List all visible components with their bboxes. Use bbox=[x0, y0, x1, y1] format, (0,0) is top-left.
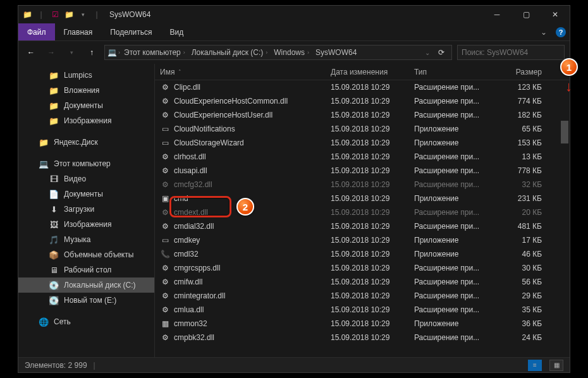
file-name: cmd bbox=[174, 194, 188, 203]
tab-home[interactable]: Главная bbox=[55, 23, 102, 40]
file-row[interactable]: ▭cmdkey 15.09.2018 10:29 Приложение 17 К… bbox=[155, 233, 570, 247]
file-icon: ⚙ bbox=[160, 332, 170, 343]
sidebar-item[interactable]: 🖥Рабочий стол bbox=[18, 262, 154, 277]
qat-divider: | bbox=[92, 9, 102, 20]
file-row[interactable]: ⚙cmintegrator.dll 15.09.2018 10:29 Расши… bbox=[155, 289, 570, 303]
file-row[interactable]: ⚙cmlua.dll 15.09.2018 10:29 Расширение п… bbox=[155, 303, 570, 317]
file-row[interactable]: ⚙cmcfg32.dll 15.09.2018 10:29 Расширение… bbox=[155, 178, 570, 192]
file-date: 15.09.2018 10:29 bbox=[331, 97, 414, 106]
file-name: CloudExperienceHostUser.dll bbox=[174, 111, 273, 119]
sidebar-item[interactable]: 🌐Сеть bbox=[18, 314, 154, 329]
file-row[interactable]: ⚙CloudExperienceHostUser.dll 15.09.2018 … bbox=[155, 108, 570, 122]
file-date: 15.09.2018 10:29 bbox=[331, 250, 414, 259]
sidebar-item[interactable]: 🎞Видео bbox=[18, 171, 154, 186]
file-name: cmintegrator.dll bbox=[174, 291, 225, 300]
file-name: cmcfg32.dll bbox=[174, 180, 212, 189]
details-view-button[interactable]: ≡ bbox=[528, 360, 542, 371]
sidebar-item[interactable]: 📄Документы bbox=[18, 186, 154, 202]
file-name: cmmon32 bbox=[174, 319, 207, 328]
tiles-view-button[interactable]: ▦ bbox=[549, 360, 563, 371]
file-row[interactable]: ▭CloudNotifications 15.09.2018 10:29 При… bbox=[155, 122, 570, 136]
file-icon: ⚙ bbox=[160, 277, 170, 287]
help-button[interactable]: ? bbox=[552, 23, 570, 40]
file-type: Приложение bbox=[414, 194, 498, 203]
chevron-right-icon: › bbox=[266, 49, 267, 56]
sidebar-item-label: Документы bbox=[64, 190, 103, 198]
minimize-button[interactable]: ─ bbox=[482, 6, 511, 23]
sidebar-item[interactable]: 📁Вложения bbox=[18, 83, 154, 98]
sidebar-item[interactable]: 📁Lumpics bbox=[18, 68, 154, 83]
file-row[interactable]: ⚙cmdial32.dll 15.09.2018 10:29 Расширени… bbox=[155, 219, 570, 233]
file-row[interactable]: ⚙cmgrcspps.dll 15.09.2018 10:29 Расширен… bbox=[155, 261, 570, 275]
back-button[interactable]: ← bbox=[23, 45, 39, 60]
search-input[interactable] bbox=[457, 45, 565, 60]
file-row[interactable]: ⚙cmdext.dll 15.09.2018 10:29 Расширение … bbox=[155, 205, 570, 219]
recent-dropdown-icon[interactable]: ▾ bbox=[64, 45, 79, 60]
file-row[interactable]: ⚙cmpbk32.dll 15.09.2018 10:29 Расширение… bbox=[155, 331, 570, 344]
column-name[interactable]: Имя ˄ bbox=[160, 68, 331, 76]
file-row[interactable]: ⚙clrhost.dll 15.09.2018 10:29 Расширение… bbox=[155, 150, 570, 164]
sidebar-item[interactable]: 📁Изображения bbox=[18, 113, 154, 128]
column-headers: Имя ˄ Дата изменения Тип Размер bbox=[155, 64, 570, 80]
item-count: Элементов: 2 999 bbox=[25, 361, 87, 370]
scrollbar-thumb[interactable] bbox=[561, 121, 568, 143]
pc-icon: 💻 bbox=[107, 48, 117, 57]
file-row[interactable]: ⚙cmifw.dll 15.09.2018 10:29 Расширение п… bbox=[155, 275, 570, 289]
file-row[interactable]: 📞cmdl32 15.09.2018 10:29 Приложение 46 К… bbox=[155, 247, 570, 261]
sidebar-item[interactable]: 💽Новый том (E:) bbox=[18, 293, 154, 308]
file-rows: ⚙Clipc.dll 15.09.2018 10:29 Расширение п… bbox=[155, 80, 570, 357]
file-icon: ▭ bbox=[160, 138, 170, 148]
file-date: 15.09.2018 10:29 bbox=[331, 180, 414, 189]
file-size: 35 КБ bbox=[498, 305, 542, 314]
file-row[interactable]: ▦cmmon32 15.09.2018 10:29 Приложение 36 … bbox=[155, 317, 570, 331]
qat-newfolder-icon[interactable]: 📁 bbox=[64, 9, 74, 20]
refresh-button[interactable]: ⟳ bbox=[434, 45, 449, 60]
file-size: 774 КБ bbox=[498, 97, 542, 106]
file-row[interactable]: ▭CloudStorageWizard 15.09.2018 10:29 При… bbox=[155, 136, 570, 150]
forward-button[interactable]: → bbox=[44, 45, 59, 60]
sidebar-item[interactable]: 💽Локальный диск (C:) bbox=[18, 277, 154, 293]
sidebar-item-label: Музыка bbox=[64, 235, 90, 244]
sidebar-item[interactable]: 📁Документы bbox=[18, 98, 154, 113]
file-row[interactable]: ⚙Clipc.dll 15.09.2018 10:29 Расширение п… bbox=[155, 80, 570, 94]
file-size: 24 КБ bbox=[498, 333, 542, 342]
qat-dropdown-icon[interactable]: ▾ bbox=[78, 9, 88, 20]
file-date: 15.09.2018 10:29 bbox=[331, 152, 414, 161]
up-button[interactable]: ↑ bbox=[84, 45, 99, 60]
folder-icon: 📁 bbox=[22, 9, 32, 20]
navigation-pane[interactable]: 📁Lumpics📁Вложения📁Документы📁Изображения📁… bbox=[18, 64, 155, 357]
file-row[interactable]: ▣cmd 15.09.2018 10:29 Приложение 231 КБ bbox=[155, 192, 570, 205]
maximize-button[interactable]: ▢ bbox=[511, 6, 541, 23]
file-icon: ▦ bbox=[160, 319, 170, 329]
vertical-scrollbar[interactable] bbox=[560, 80, 570, 357]
file-row[interactable]: ⚙clusapi.dll 15.09.2018 10:29 Расширение… bbox=[155, 164, 570, 178]
column-type[interactable]: Тип bbox=[414, 68, 498, 76]
sidebar-item-label: Сеть bbox=[54, 317, 71, 326]
file-date: 15.09.2018 10:29 bbox=[331, 111, 414, 119]
sidebar-item[interactable]: 🖼Изображения bbox=[18, 217, 154, 232]
file-type: Расширение при... bbox=[414, 305, 498, 314]
file-name: cmlua.dll bbox=[174, 305, 204, 314]
close-button[interactable]: ✕ bbox=[541, 6, 570, 23]
expand-ribbon-icon[interactable]: ⌄ bbox=[541, 23, 547, 40]
tab-share[interactable]: Поделиться bbox=[101, 23, 161, 40]
file-icon: ⚙ bbox=[160, 82, 170, 92]
column-size[interactable]: Размер bbox=[498, 68, 542, 76]
sidebar-item[interactable]: 📦Объемные объекты bbox=[18, 247, 154, 262]
address-bar[interactable]: 💻 › Этот компьютер› Локальный диск (C:)›… bbox=[104, 45, 452, 60]
file-name: CloudStorageWizard bbox=[174, 138, 244, 147]
file-date: 15.09.2018 10:29 bbox=[331, 222, 414, 231]
file-type: Приложение bbox=[414, 138, 498, 147]
column-date[interactable]: Дата изменения bbox=[331, 68, 414, 76]
file-row[interactable]: ⚙CloudExperienceHostCommon.dll 15.09.201… bbox=[155, 94, 570, 108]
sidebar-item[interactable]: 💻Этот компьютер bbox=[18, 156, 154, 171]
file-name: cmdkey bbox=[174, 236, 200, 245]
tab-view[interactable]: Вид bbox=[161, 23, 192, 40]
file-icon: ⚙ bbox=[160, 221, 170, 231]
sidebar-item[interactable]: 📁Яндекс.Диск bbox=[18, 135, 154, 150]
qat-properties-icon[interactable]: ☑ bbox=[50, 9, 60, 20]
tab-file[interactable]: Файл bbox=[18, 23, 55, 40]
sidebar-item[interactable]: 🎵Музыка bbox=[18, 232, 154, 247]
sidebar-item[interactable]: ⬇Загрузки bbox=[18, 202, 154, 217]
address-dropdown-icon[interactable]: ⌄ bbox=[422, 49, 432, 56]
